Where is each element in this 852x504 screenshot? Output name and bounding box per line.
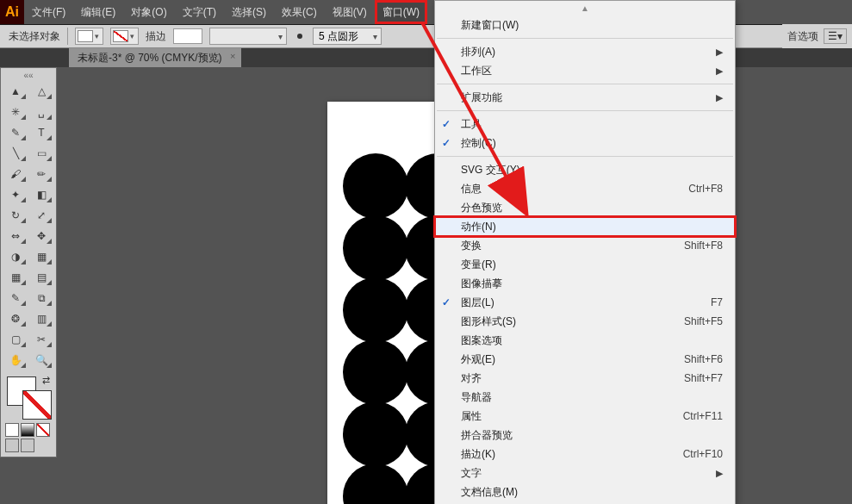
tool-selection[interactable]: ▲: [3, 82, 28, 101]
menu-item-label: 外观(E): [461, 352, 495, 367]
window-menu-item-21[interactable]: 对齐Shift+F7: [435, 369, 735, 388]
menu-shortcut: F7: [711, 296, 723, 308]
panel-menu-icon[interactable]: ☰▾: [824, 28, 847, 44]
window-menu-item-22[interactable]: 导航器: [435, 388, 735, 407]
document-tab[interactable]: 未标题-3* @ 70% (CMYK/预览) ×: [69, 48, 241, 67]
tool-blend[interactable]: ⧉: [29, 289, 53, 308]
color-mode-gradient[interactable]: [21, 423, 34, 437]
swap-fill-stroke-icon[interactable]: ⇄: [42, 375, 50, 386]
tool-zoom[interactable]: 🔍: [29, 351, 53, 370]
window-menu-item-0[interactable]: 新建窗口(W): [435, 16, 735, 34]
color-mode-solid[interactable]: [5, 423, 19, 437]
tool-lasso[interactable]: ␣: [29, 103, 53, 121]
screen-mode-full[interactable]: [21, 439, 34, 452]
window-menu-item-25[interactable]: 描边(K)Ctrl+F10: [435, 445, 735, 464]
tool-artboard[interactable]: ▢: [3, 330, 28, 349]
menu-shortcut: Ctrl+F10: [683, 448, 723, 460]
tool-blob-brush[interactable]: ✦: [3, 185, 28, 204]
window-menu-item-27[interactable]: 文档信息(M): [435, 482, 735, 501]
window-menu-item-16[interactable]: 图像描摹: [435, 274, 735, 293]
menu-item-label: 变量(R): [461, 258, 496, 272]
stroke-weight-input[interactable]: [173, 28, 202, 44]
window-menu-item-24[interactable]: 拼合器预览: [435, 426, 735, 445]
tool-shape-builder[interactable]: ◑: [3, 247, 28, 266]
screen-mode-normal[interactable]: [5, 439, 19, 452]
window-menu-item-26[interactable]: 文字▶: [435, 464, 735, 482]
window-menu-item-2[interactable]: 排列(A)▶: [435, 42, 735, 61]
control-bar-right: 首选项 ☰▾: [782, 24, 852, 48]
window-menu-dropdown: ▲ 新建窗口(W)排列(A)▶工作区▶扩展功能▶✓工具✓控制(C)SVG 交互(…: [434, 0, 736, 504]
tool-symbol-sprayer[interactable]: ❂: [3, 309, 28, 328]
tool-paintbrush[interactable]: 🖌: [3, 165, 28, 184]
tool-column-graph[interactable]: ▥: [29, 309, 53, 328]
menu-scroll-up-icon[interactable]: ▲: [435, 3, 735, 16]
window-menu-item-13[interactable]: 动作(N): [435, 217, 735, 236]
prefs-label[interactable]: 首选项: [787, 29, 818, 44]
menu-item-4[interactable]: 选择(S): [224, 0, 274, 24]
menu-item-2[interactable]: 对象(O): [123, 0, 174, 24]
fill-swatch[interactable]: ▾: [75, 28, 103, 45]
tool-rectangle[interactable]: ▭: [29, 144, 53, 163]
window-menu-item-15[interactable]: 变量(R): [435, 255, 735, 274]
window-menu-item-23[interactable]: 属性Ctrl+F11: [435, 407, 735, 426]
stroke-label: 描边: [146, 29, 166, 44]
stroke-color-icon[interactable]: [22, 390, 52, 420]
window-menu-item-5[interactable]: 扩展功能▶: [435, 88, 735, 107]
artwork-circle: [343, 277, 408, 343]
close-icon[interactable]: ×: [230, 51, 235, 61]
menu-item-label: 信息: [461, 182, 482, 196]
brush-dropdown[interactable]: 5 点圆形: [313, 28, 382, 45]
menu-item-label: 图像描摹: [461, 277, 502, 291]
window-menu-item-8[interactable]: ✓控制(C): [435, 134, 735, 152]
tool-perspective[interactable]: ▦: [29, 247, 53, 266]
color-mode-none[interactable]: [36, 423, 50, 437]
fill-stroke-control[interactable]: ⇄: [3, 375, 53, 418]
brush-dot-icon: [297, 34, 302, 39]
tool-eyedropper[interactable]: ✎: [3, 289, 28, 308]
tool-type[interactable]: T: [29, 123, 53, 142]
window-menu-item-3[interactable]: 工作区▶: [435, 61, 735, 80]
window-menu-item-11[interactable]: 信息Ctrl+F8: [435, 179, 735, 198]
window-menu-item-20[interactable]: 外观(E)Shift+F6: [435, 350, 735, 369]
tool-width[interactable]: ⇔: [3, 227, 28, 246]
tool-free-transform[interactable]: ✥: [29, 227, 53, 246]
window-menu-item-14[interactable]: 变换Shift+F8: [435, 236, 735, 255]
tool-mesh[interactable]: ▦: [3, 268, 28, 287]
window-menu-item-19[interactable]: 图案选项: [435, 331, 735, 350]
window-menu-item-12[interactable]: 分色预览: [435, 198, 735, 217]
submenu-arrow-icon: ▶: [716, 92, 723, 103]
menu-separator: [437, 156, 733, 157]
tool-pen[interactable]: ✎: [3, 123, 28, 142]
menu-item-label: 扩展功能: [461, 90, 502, 105]
menu-item-label: 图形样式(S): [461, 314, 516, 329]
menu-item-label: 分色预览: [461, 201, 502, 215]
menu-shortcut: Shift+F8: [684, 240, 723, 252]
window-menu-item-18[interactable]: 图形样式(S)Shift+F5: [435, 312, 735, 331]
tool-magic-wand[interactable]: ✳: [3, 103, 28, 121]
tool-line[interactable]: ╲: [3, 144, 28, 163]
menu-item-3[interactable]: 文字(T): [175, 0, 224, 24]
tool-gradient[interactable]: ▤: [29, 268, 53, 287]
menu-item-6[interactable]: 视图(V): [325, 0, 375, 24]
tool-slice[interactable]: ✂: [29, 330, 53, 349]
menu-item-label: 文字: [461, 466, 482, 481]
app-logo: Ai: [0, 0, 24, 24]
tool-eraser[interactable]: ◧: [29, 185, 53, 204]
tool-pencil[interactable]: ✏: [29, 165, 53, 184]
toolbox-grip[interactable]: ««: [3, 71, 53, 82]
menu-item-7[interactable]: 窗口(W): [375, 0, 427, 24]
tool-direct-selection[interactable]: △: [29, 82, 53, 101]
tool-scale[interactable]: ⤢: [29, 206, 53, 225]
stroke-profile-dropdown[interactable]: [209, 28, 287, 45]
stroke-swatch[interactable]: ▾: [110, 28, 139, 45]
submenu-arrow-icon: ▶: [716, 47, 723, 58]
menu-item-5[interactable]: 效果(C): [274, 0, 325, 24]
tool-hand[interactable]: ✋: [3, 351, 28, 370]
menu-item-1[interactable]: 编辑(E): [73, 0, 123, 24]
window-menu-item-10[interactable]: SVG 交互(Y): [435, 160, 735, 179]
tool-rotate[interactable]: ↻: [3, 206, 28, 225]
menu-item-0[interactable]: 文件(F): [24, 0, 73, 24]
window-menu-item-7[interactable]: ✓工具: [435, 115, 735, 134]
menu-shortcut: Ctrl+F11: [683, 410, 723, 422]
window-menu-item-17[interactable]: ✓图层(L)F7: [435, 293, 735, 312]
